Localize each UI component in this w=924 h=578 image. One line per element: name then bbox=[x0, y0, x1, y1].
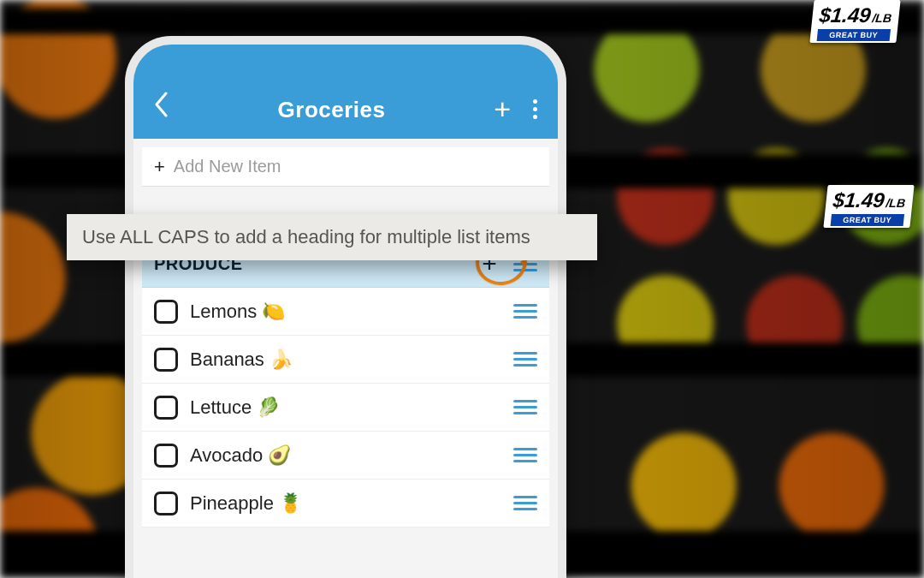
drag-handle-icon[interactable] bbox=[513, 496, 537, 510]
price-unit: /LB bbox=[886, 196, 906, 210]
price-banner: GREAT BUY bbox=[817, 29, 891, 41]
checkbox[interactable] bbox=[154, 396, 178, 420]
add-item-placeholder: Add New Item bbox=[174, 157, 281, 176]
tooltip-text: Use ALL CAPS to add a heading for multip… bbox=[82, 226, 530, 247]
drag-handle-icon[interactable] bbox=[513, 352, 537, 366]
plus-icon: + bbox=[154, 156, 165, 178]
back-button[interactable] bbox=[154, 92, 169, 123]
checkbox[interactable] bbox=[154, 348, 178, 372]
price-unit: /LB bbox=[872, 11, 892, 25]
list-content: + Add New Item PRODUCE + Lemons 🍋 Banana… bbox=[133, 139, 558, 578]
header-add-button[interactable]: + bbox=[494, 94, 511, 123]
list-item[interactable]: Bananas 🍌 bbox=[142, 336, 549, 384]
app-header: Groceries + bbox=[133, 45, 558, 139]
checkbox[interactable] bbox=[154, 444, 178, 468]
instruction-tooltip: Use ALL CAPS to add a heading for multip… bbox=[67, 214, 597, 260]
checkbox[interactable] bbox=[154, 492, 178, 515]
drag-handle-icon[interactable] bbox=[513, 304, 537, 319]
item-label: Pineapple 🍍 bbox=[190, 492, 501, 515]
overflow-menu-button[interactable] bbox=[533, 99, 537, 119]
price-banner: GREAT BUY bbox=[831, 214, 904, 226]
list-item[interactable]: Lettuce 🥬 bbox=[142, 384, 549, 432]
list-item[interactable]: Pineapple 🍍 bbox=[142, 480, 549, 527]
price-tag: $1.49/LB GREAT BUY bbox=[810, 0, 901, 43]
list-item[interactable]: Lemons 🍋 bbox=[142, 288, 549, 336]
drag-handle-icon[interactable] bbox=[513, 400, 537, 414]
price-value: $1.49 bbox=[832, 188, 886, 212]
page-title: Groceries bbox=[278, 97, 386, 123]
checkbox[interactable] bbox=[154, 300, 178, 324]
item-label: Avocado 🥑 bbox=[190, 444, 501, 467]
phone-mockup: Groceries + + Add New Item PRODUCE + Lem… bbox=[125, 36, 566, 578]
list-item[interactable]: Avocado 🥑 bbox=[142, 432, 549, 480]
price-value: $1.49 bbox=[819, 3, 873, 27]
item-label: Lettuce 🥬 bbox=[190, 396, 501, 419]
drag-handle-icon[interactable] bbox=[513, 448, 537, 462]
item-label: Lemons 🍋 bbox=[190, 301, 501, 323]
add-item-row[interactable]: + Add New Item bbox=[142, 147, 549, 187]
item-label: Bananas 🍌 bbox=[190, 349, 501, 371]
price-tag: $1.49/LB GREAT BUY bbox=[824, 185, 915, 228]
